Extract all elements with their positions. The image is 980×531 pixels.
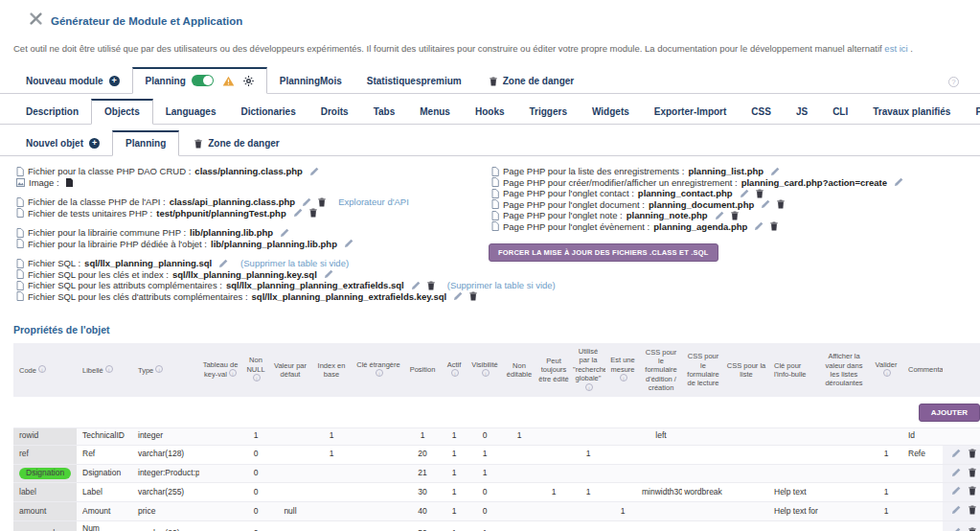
cell-code: rowid (13, 427, 77, 445)
tab-label: Travaux planifiés (873, 106, 950, 117)
edit-icon[interactable] (770, 167, 780, 176)
module-tab-zone-de-danger[interactable]: Zone de danger (474, 70, 586, 93)
delete-icon[interactable] (318, 197, 326, 207)
edit-icon[interactable] (754, 221, 763, 231)
file-item-label: Page PHP pour l'onglet document : (503, 199, 645, 211)
edit-icon[interactable] (951, 468, 961, 477)
file-item-label: Fichier de tests unitaires PHP : (28, 208, 152, 219)
cell-searchall: 1 (571, 445, 605, 464)
cell-alwayseditable (536, 445, 571, 464)
cell-fk (353, 502, 404, 521)
delete-icon[interactable] (309, 208, 317, 218)
intro-body: Cet outil ne doit être utilisé que par d… (13, 43, 882, 54)
file-item-label: Fichier SQL pour les clés et index : (28, 269, 169, 281)
cell-helpkey: Help text for amount (768, 502, 818, 521)
cell-keyval (199, 502, 241, 521)
tab-objects[interactable]: Objects (91, 99, 153, 125)
column-header-cssedit: CSS pour le formulaire d'édition / créat… (640, 343, 682, 397)
edit-icon[interactable] (453, 291, 463, 301)
table-header-row: CodeLibelléTypeTableau de key-valNon NUL… (13, 343, 980, 397)
delete-icon[interactable] (969, 527, 976, 531)
delete-icon[interactable] (469, 291, 477, 301)
tab-cli[interactable]: CLI (820, 101, 860, 124)
files-right-column: Page PHP pour la liste des enregistremen… (489, 166, 967, 311)
tab-hooks[interactable]: Hooks (463, 101, 517, 124)
new-module-tab[interactable]: Nouveau module (13, 70, 132, 93)
tab-plus-2-[interactable]: Plus... (2) (963, 101, 980, 124)
cell-cssview (682, 464, 724, 483)
cell-actions (943, 427, 980, 445)
tab-travaux-planifi-s[interactable]: Travaux planifiés (860, 101, 963, 124)
module-enabled-toggle[interactable] (192, 75, 214, 86)
object-tab-zone-de-danger[interactable]: Zone de danger (179, 132, 291, 155)
cell-csslist (724, 427, 768, 445)
cell-fk (353, 427, 404, 445)
column-header-notnull: Non NULL (241, 343, 270, 397)
delete-icon[interactable] (969, 505, 976, 515)
module-tab-planningmois[interactable]: PlanningMois (267, 70, 354, 93)
edit-icon[interactable] (302, 197, 311, 207)
module-tab-statistiquespremium[interactable]: Statistiquespremium (354, 70, 474, 93)
tab-css[interactable]: CSS (739, 101, 784, 124)
file-extra-link[interactable]: Explorateur d'API (338, 196, 409, 208)
edit-icon[interactable] (951, 527, 961, 531)
edit-icon[interactable] (951, 505, 961, 515)
force-update-button[interactable]: FORCER LA MISE À JOUR DES FICHIERS .CLAS… (489, 243, 718, 262)
tab-dictionaries[interactable]: Dictionaries (229, 101, 308, 124)
edit-icon[interactable] (309, 167, 319, 176)
delete-icon[interactable] (731, 211, 739, 220)
tab-description[interactable]: Description (13, 101, 91, 124)
edit-icon[interactable] (894, 177, 903, 187)
file-extra-link[interactable]: (Supprimer la table si vide) (240, 258, 349, 269)
cell-actif: 1 (441, 502, 467, 521)
column-header-label: Est une mesure (610, 356, 634, 373)
tab-label: JS (796, 106, 808, 117)
edit-icon[interactable] (740, 189, 749, 198)
edit-icon[interactable] (344, 239, 353, 248)
tab-menus[interactable]: Menus (407, 101, 463, 124)
column-header-label: Peut toujours être édité (538, 357, 568, 383)
tab-exporter-import[interactable]: Exporter-Import (642, 101, 740, 124)
tab-label: Description (26, 106, 79, 117)
column-header-alwayseditable: Peut toujours être édité (536, 343, 571, 397)
new-object-tab[interactable]: Nouvel objet (13, 132, 112, 155)
edit-icon[interactable] (411, 281, 421, 290)
edit-icon[interactable] (280, 228, 289, 238)
tab-tabs[interactable]: Tabs (361, 101, 408, 124)
tab-widgets[interactable]: Widgets (580, 101, 642, 124)
edit-icon[interactable] (951, 449, 961, 458)
column-header-csslist: CSS pour la liste (724, 343, 768, 397)
help-icon[interactable] (948, 77, 959, 87)
delete-icon[interactable] (427, 281, 435, 290)
gear-icon[interactable] (243, 76, 254, 86)
delete-icon[interactable] (969, 468, 976, 477)
delete-icon[interactable] (777, 199, 785, 209)
module-tab-planning[interactable]: Planning (132, 67, 267, 94)
add-property-button[interactable]: AJOUTER (919, 404, 980, 422)
file-item: Fichier pour la librairie PHP dédiée à l… (13, 239, 473, 250)
delete-icon[interactable] (770, 221, 778, 231)
object-nav-tabbar: DescriptionObjectsLanguagesDictionariesD… (0, 99, 980, 125)
cell-keyval (199, 520, 241, 531)
file-name: planning_list.php (688, 166, 763, 177)
column-header-searchall: Utilisé par la "recherche globale" (571, 343, 605, 397)
delete-icon[interactable] (969, 486, 976, 496)
edit-icon[interactable] (293, 208, 303, 218)
tab-droits[interactable]: Droits (308, 101, 361, 124)
delete-icon[interactable] (756, 189, 763, 198)
delete-icon[interactable] (969, 449, 976, 458)
cell-index: 1 (310, 427, 353, 445)
tab-triggers[interactable]: Triggers (517, 101, 580, 124)
edit-icon[interactable] (715, 211, 724, 220)
object-tab-planning[interactable]: Planning (112, 130, 179, 156)
tab-languages[interactable]: Languages (153, 101, 229, 124)
cell-helpkey: Help text (768, 483, 818, 502)
edit-icon[interactable] (218, 259, 228, 268)
column-header-default: Valeur par défaut (270, 343, 310, 397)
edit-icon[interactable] (951, 486, 961, 496)
tab-js[interactable]: JS (784, 101, 820, 124)
doc-link[interactable]: est ici (884, 43, 907, 54)
edit-icon[interactable] (324, 269, 333, 279)
column-header-type: Type (132, 343, 199, 397)
edit-icon[interactable] (761, 199, 770, 209)
